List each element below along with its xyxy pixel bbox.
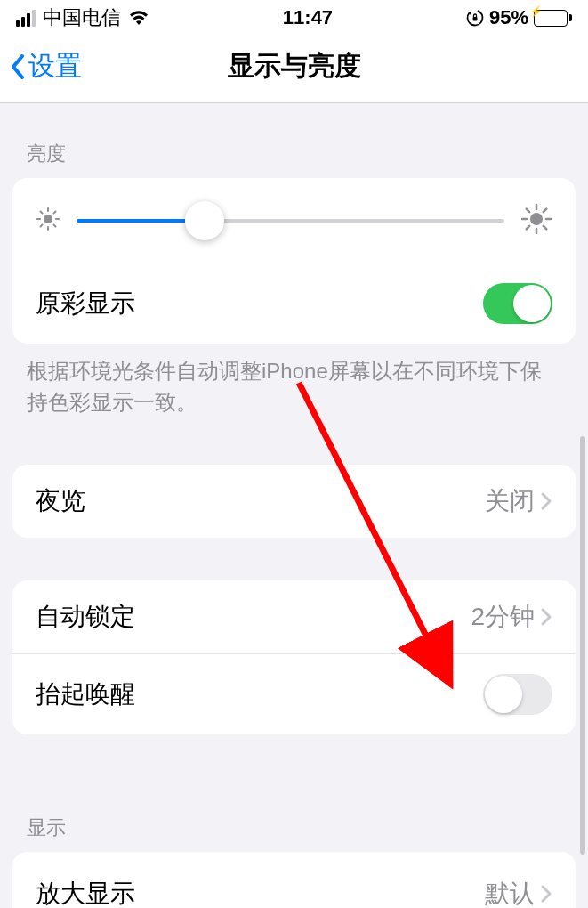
cellular-signal-icon [16, 10, 36, 27]
display-zoom-value: 默认 [485, 877, 552, 908]
group-lock: 自动锁定 2分钟 抬起唤醒 [12, 580, 576, 734]
auto-lock-cell[interactable]: 自动锁定 2分钟 [12, 580, 576, 653]
raise-to-wake-switch[interactable] [483, 674, 552, 715]
svg-line-9 [41, 224, 43, 226]
content: 亮度 原彩显示 根据环境光条件自动调整iPhone屏幕以在不同环境下保持色彩显示… [0, 103, 588, 908]
svg-line-8 [53, 224, 55, 226]
true-tone-switch[interactable] [483, 283, 552, 324]
orientation-lock-icon [466, 9, 484, 27]
brightness-slider-cell [12, 178, 576, 263]
auto-lock-label: 自动锁定 [36, 600, 135, 634]
back-label: 设置 [28, 48, 82, 85]
status-left: 中国电信 [16, 4, 149, 31]
auto-lock-value-text: 2分钟 [471, 600, 535, 634]
raise-to-wake-cell: 抬起唤醒 [12, 653, 576, 734]
status-bar: 中国电信 11:47 95% ⚡ [0, 0, 588, 36]
raise-to-wake-label: 抬起唤醒 [36, 677, 135, 711]
auto-lock-value: 2分钟 [471, 600, 552, 634]
night-shift-value-text: 关闭 [485, 484, 535, 518]
true-tone-label: 原彩显示 [36, 287, 135, 320]
svg-line-19 [544, 209, 547, 213]
section-header-display: 显示 [0, 777, 588, 852]
display-zoom-label: 放大显示 [36, 877, 135, 908]
svg-line-10 [53, 212, 55, 214]
section-header-brightness: 亮度 [0, 103, 588, 178]
svg-line-7 [41, 212, 43, 214]
brightness-slider[interactable] [77, 203, 504, 239]
wifi-icon [128, 10, 149, 26]
switch-knob [485, 676, 522, 713]
scrollbar[interactable] [580, 436, 585, 855]
sun-small-icon [36, 207, 60, 235]
svg-point-11 [530, 213, 543, 225]
svg-rect-1 [472, 17, 477, 21]
nav-header: 设置 显示与亮度 [0, 36, 588, 103]
chevron-right-icon [540, 490, 552, 512]
carrier-label: 中国电信 [43, 4, 121, 31]
display-zoom-cell[interactable]: 放大显示 默认 [12, 852, 576, 908]
chevron-right-icon [540, 883, 552, 904]
status-time: 11:47 [283, 6, 333, 29]
display-zoom-value-text: 默认 [485, 877, 535, 908]
svg-point-2 [44, 215, 52, 223]
chevron-left-icon [9, 53, 27, 81]
group-brightness: 原彩显示 [12, 178, 576, 344]
switch-knob [513, 285, 551, 322]
night-shift-label: 夜览 [36, 484, 85, 518]
chevron-right-icon [540, 606, 552, 628]
svg-line-17 [544, 226, 547, 229]
svg-line-18 [527, 226, 530, 229]
page-title: 显示与亮度 [228, 48, 361, 85]
group-display: 放大显示 默认 [12, 852, 576, 908]
slider-track [77, 219, 504, 223]
svg-line-16 [527, 209, 530, 213]
night-shift-cell[interactable]: 夜览 关闭 [12, 465, 576, 538]
slider-knob[interactable] [185, 201, 224, 240]
battery-percent: 95% [489, 6, 528, 29]
back-button[interactable]: 设置 [9, 48, 82, 85]
sun-large-icon [520, 203, 552, 239]
battery-icon: ⚡ [534, 10, 572, 27]
status-right: 95% ⚡ [466, 6, 572, 29]
true-tone-cell: 原彩显示 [12, 263, 576, 344]
true-tone-footer: 根据环境光条件自动调整iPhone屏幕以在不同环境下保持色彩显示一致。 [0, 344, 588, 422]
group-night-shift: 夜览 关闭 [12, 465, 576, 538]
night-shift-value: 关闭 [485, 484, 552, 518]
